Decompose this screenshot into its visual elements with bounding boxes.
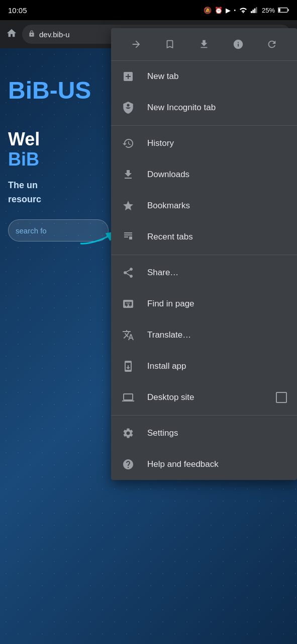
install-app-label: Install app (147, 361, 287, 371)
downloads-label: Downloads (147, 170, 287, 180)
help-feedback-label: Help and feedback (147, 459, 287, 469)
menu-item-settings[interactable]: Settings (111, 418, 297, 449)
divider-1 (111, 125, 297, 126)
menu-item-history[interactable]: History (111, 128, 297, 159)
bookmarks-label: Bookmarks (147, 201, 287, 211)
history-icon (121, 136, 135, 150)
download-page-button[interactable] (194, 34, 214, 54)
menu-toolbar (111, 28, 297, 61)
bookmark-button[interactable] (160, 34, 180, 54)
desktop-site-checkbox[interactable] (276, 392, 287, 403)
history-label: History (147, 138, 287, 148)
reload-button[interactable] (262, 34, 282, 54)
menu-item-recent-tabs[interactable]: Recent tabs (111, 221, 297, 253)
new-tab-icon (121, 69, 135, 84)
desktop-site-icon (121, 390, 135, 405)
desktop-site-label: Desktop site (147, 392, 264, 403)
menu-item-find-in-page[interactable]: Find in page (111, 288, 297, 319)
share-icon (121, 266, 135, 280)
menu-item-desktop-site[interactable]: Desktop site (111, 382, 297, 413)
install-app-icon (121, 359, 135, 373)
find-in-page-icon (121, 297, 135, 311)
forward-button[interactable] (126, 34, 146, 54)
share-label: Share… (147, 268, 287, 278)
menu-item-share[interactable]: Share… (111, 257, 297, 288)
menu-item-install-app[interactable]: Install app (111, 351, 297, 382)
page-info-button[interactable] (228, 34, 248, 54)
svg-point-9 (130, 105, 131, 107)
help-icon (121, 457, 135, 471)
incognito-icon (121, 101, 135, 115)
svg-point-8 (125, 105, 127, 107)
recent-tabs-label: Recent tabs (147, 232, 287, 242)
divider-2 (111, 255, 297, 255)
menu-item-new-tab[interactable]: New tab (111, 61, 297, 92)
menu-item-help-feedback[interactable]: Help and feedback (111, 449, 297, 480)
recent-tabs-icon (121, 230, 135, 244)
translate-label: Translate… (147, 330, 287, 340)
menu-item-bookmarks[interactable]: Bookmarks (111, 190, 297, 221)
settings-label: Settings (147, 428, 287, 438)
dropdown-overlay: New tab New Incognito tab // We'll overr… (0, 0, 297, 644)
settings-icon (121, 426, 135, 440)
bookmarks-icon (121, 199, 135, 213)
divider-3 (111, 415, 297, 416)
translate-icon (121, 328, 135, 342)
menu-item-new-incognito-tab[interactable]: New Incognito tab (111, 92, 297, 123)
menu-item-downloads[interactable]: Downloads (111, 159, 297, 190)
dropdown-menu: New tab New Incognito tab // We'll overr… (111, 28, 297, 480)
menu-item-translate[interactable]: Translate… (111, 319, 297, 351)
find-in-page-label: Find in page (147, 299, 287, 309)
new-tab-label: New tab (147, 71, 287, 82)
new-incognito-tab-label: New Incognito tab (147, 103, 287, 113)
downloads-icon (121, 168, 135, 182)
